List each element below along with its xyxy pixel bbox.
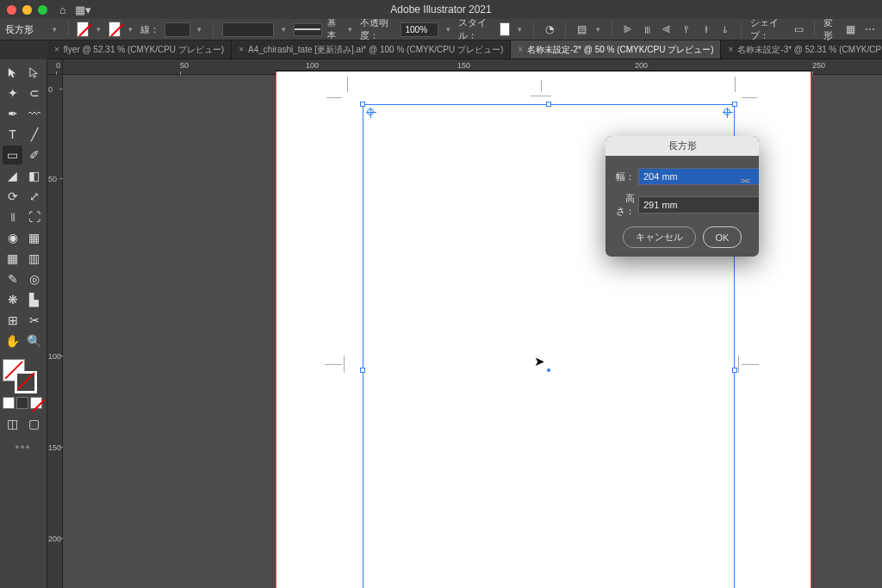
document-tab[interactable]: ×名称未設定-2* @ 50 % (CMYK/CPU プレビュー): [511, 40, 721, 59]
close-tab-icon[interactable]: ×: [239, 45, 244, 54]
align-h-center-icon[interactable]: ⫼: [640, 21, 655, 38]
hand-tool[interactable]: ✋: [3, 331, 22, 350]
app-title: Adobe Illustrator 2021: [390, 3, 491, 15]
recolor-icon[interactable]: ◔: [543, 21, 557, 38]
close-window-button[interactable]: [7, 5, 16, 15]
tab-label: 名称未設定-3* @ 52.31 % (CMYK/CPU プレビュー: [737, 44, 882, 56]
paintbrush-tool[interactable]: ✐: [24, 145, 44, 164]
more-icon[interactable]: ⋯: [862, 21, 877, 38]
close-tab-icon[interactable]: ×: [518, 45, 523, 54]
control-bar: 長方形 ▾ ▾ ▾ 線： ▾ ▾ 基本 ▾ 不透明度： ▾ スタイル： ▾ ◔ …: [0, 19, 882, 40]
tab-label: A4_chirashi_tate [更新済み].ai* @ 100 % (CMY…: [248, 44, 503, 56]
rotate-tool[interactable]: ⟳: [3, 187, 22, 206]
stroke-dropdown-icon[interactable]: ▾: [126, 23, 135, 35]
scale-tool[interactable]: ⤢: [24, 187, 44, 206]
free-transform-tool[interactable]: ⛶: [24, 207, 44, 226]
stroke-indicator[interactable]: [15, 371, 37, 393]
eraser-tool[interactable]: ◧: [24, 166, 44, 185]
constrain-proportions-icon[interactable]: ⫘: [739, 174, 750, 187]
opacity-dropdown[interactable]: ▾: [444, 23, 453, 35]
fill-swatch[interactable]: [77, 22, 89, 37]
document-tab[interactable]: ×名称未設定-3* @ 52.31 % (CMYK/CPU プレビュー: [721, 40, 882, 59]
var-width-field[interactable]: [222, 22, 274, 37]
align-dropdown[interactable]: ▾: [593, 23, 603, 35]
ruler-tick: 0: [48, 85, 53, 94]
opacity-field[interactable]: [401, 22, 438, 37]
arrange-docs-icon[interactable]: ▦▾: [75, 3, 91, 16]
artboard-tool[interactable]: ⊞: [3, 311, 22, 330]
brush-style-label: 基本: [327, 17, 340, 41]
none-mode-swatch[interactable]: [30, 397, 42, 409]
shape-icon[interactable]: ▭: [792, 21, 806, 38]
direct-selection-tool[interactable]: [24, 63, 44, 82]
vertical-ruler[interactable]: 0 50 100 150 200: [47, 75, 63, 588]
pen-tool[interactable]: ✒: [3, 104, 22, 123]
width-tool[interactable]: ⫴: [3, 207, 22, 226]
stroke-weight-stepper[interactable]: ▾: [196, 23, 205, 35]
document-tab[interactable]: ×A4_chirashi_tate [更新済み].ai* @ 100 % (CM…: [232, 40, 511, 59]
edit-toolbar-icon[interactable]: •••: [3, 442, 44, 454]
graph-tool[interactable]: ▙: [24, 290, 44, 309]
brush-dropdown[interactable]: ▾: [345, 23, 355, 35]
selection-tool[interactable]: [3, 63, 22, 82]
fill-stroke-indicator[interactable]: [3, 359, 37, 393]
cancel-button[interactable]: キャンセル: [623, 226, 696, 248]
mesh-tool[interactable]: ▦: [3, 249, 22, 268]
close-tab-icon[interactable]: ×: [728, 45, 733, 54]
tools-panel: ✦⊂ ✒〰 T╱ ▭✐ ◢◧ ⟳⤢ ⫴⛶ ◉▦ ▦▥ ✎◎ ❋▙ ⊞✂ ✋🔍 ◫…: [0, 59, 47, 588]
graphic-style-swatch[interactable]: [500, 22, 511, 36]
selection-dropdown-icon[interactable]: ▾: [50, 23, 59, 35]
ruler-tick: 250: [812, 61, 825, 70]
shape-builder-tool[interactable]: ◉: [3, 228, 22, 247]
ruler-origin[interactable]: [47, 59, 63, 75]
fill-dropdown-icon[interactable]: ▾: [94, 23, 103, 35]
zoom-tool[interactable]: 🔍: [24, 331, 44, 350]
gradient-tool[interactable]: ▥: [24, 249, 44, 268]
lasso-tool[interactable]: ⊂: [24, 84, 44, 102]
shape-button[interactable]: シェイプ：: [750, 16, 786, 42]
stroke-weight-field[interactable]: [165, 22, 190, 37]
home-icon[interactable]: ⌂: [59, 3, 66, 16]
align-v-top-icon[interactable]: ⫯: [680, 21, 694, 38]
blend-tool[interactable]: ◎: [24, 269, 44, 288]
color-mode-swatch[interactable]: [3, 397, 15, 409]
type-tool[interactable]: T: [3, 125, 22, 144]
stroke-swatch[interactable]: [109, 22, 121, 37]
minimize-window-button[interactable]: [22, 5, 32, 15]
align-v-middle-icon[interactable]: ⫲: [699, 21, 713, 38]
rectangle-tool[interactable]: ▭: [3, 145, 22, 164]
close-tab-icon[interactable]: ×: [54, 45, 59, 54]
gradient-mode-swatch[interactable]: [16, 397, 28, 409]
maximize-window-button[interactable]: [38, 5, 47, 15]
var-width-dropdown[interactable]: ▾: [279, 23, 289, 35]
tab-label: 名称未設定-2* @ 50 % (CMYK/CPU プレビュー): [527, 44, 713, 56]
transform-button[interactable]: 変形: [823, 16, 838, 42]
brush-preview[interactable]: [294, 23, 323, 36]
align-v-bottom-icon[interactable]: ⫰: [718, 21, 733, 38]
shaper-tool[interactable]: ◢: [3, 166, 22, 185]
align-left-icon[interactable]: ▤: [575, 21, 589, 38]
align-h-right-icon[interactable]: ⫷: [660, 21, 674, 38]
screen-mode-icon[interactable]: ▢: [24, 414, 44, 433]
ruler-tick: 100: [48, 352, 61, 361]
isolate-icon[interactable]: ▦: [843, 21, 858, 38]
perspective-tool[interactable]: ▦: [24, 228, 44, 247]
ruler-tick: 50: [48, 175, 57, 183]
line-tool[interactable]: ╱: [24, 125, 44, 144]
align-h-left-icon[interactable]: ⫸: [621, 21, 636, 38]
canvas[interactable]: ➤: [63, 75, 882, 588]
symbol-sprayer-tool[interactable]: ❋: [3, 290, 22, 309]
ok-button[interactable]: OK: [703, 226, 742, 248]
ruler-tick: 200: [48, 535, 61, 543]
slice-tool[interactable]: ✂: [24, 311, 44, 330]
height-label: 高さ：: [616, 192, 635, 218]
curvature-tool[interactable]: 〰: [24, 104, 44, 123]
magic-wand-tool[interactable]: ✦: [3, 84, 22, 102]
eyedropper-tool[interactable]: ✎: [3, 269, 22, 288]
document-tab[interactable]: ×flyer @ 52.31 % (CMYK/CPU プレビュー): [47, 40, 232, 59]
height-input[interactable]: [638, 196, 759, 214]
style-dropdown[interactable]: ▾: [515, 23, 525, 35]
titlebar: ⌂ ▦▾ Adobe Illustrator 2021: [0, 0, 882, 19]
draw-mode-icon[interactable]: ◫: [3, 414, 22, 433]
stroke-label: 線：: [140, 23, 159, 36]
